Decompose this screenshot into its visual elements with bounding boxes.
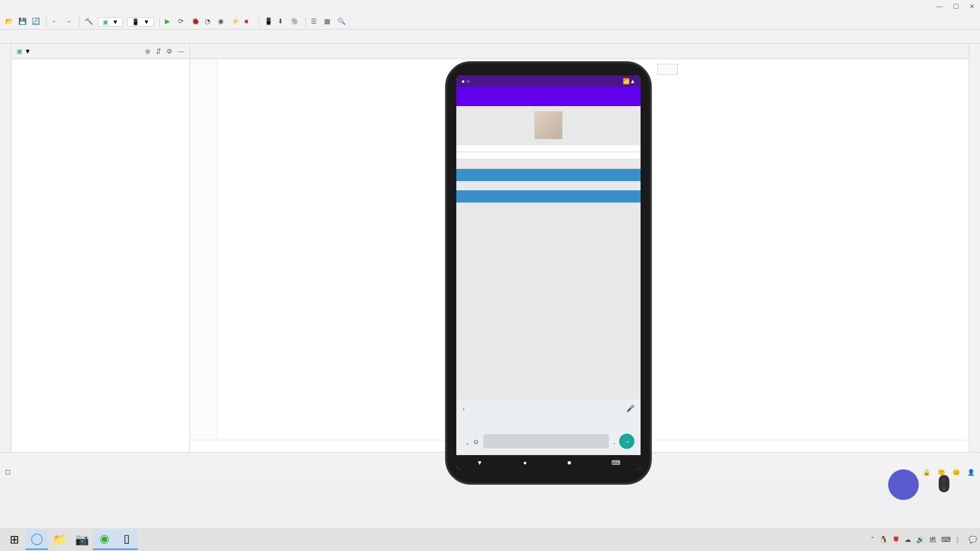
stop-icon[interactable]: ■ [244, 17, 254, 27]
soft-keyboard[interactable]: › 🎤 , ☺ . → [456, 399, 641, 455]
title-bar: — ☐ ✕ [0, 0, 980, 14]
run-config-dropdown[interactable]: ▣▼ [98, 17, 123, 27]
line-gutter [190, 59, 218, 440]
start-icon[interactable]: ⊞ [3, 530, 26, 550]
device-screen[interactable]: ● ○📶▲ › 🎤 , [456, 76, 641, 470]
gear-icon[interactable]: ⚙ [166, 47, 173, 55]
kb-expand-icon[interactable]: › [462, 405, 464, 412]
device-frame: ● ○📶▲ › 🎤 , [445, 61, 652, 485]
notifications-icon[interactable]: 💬 [969, 536, 977, 543]
target-icon[interactable]: ⊕ [145, 47, 151, 55]
back-icon[interactable]: ← [52, 17, 61, 27]
kb-go-button[interactable]: → [619, 434, 634, 449]
debug-icon[interactable]: 🐞 [191, 17, 201, 27]
avatar [534, 111, 562, 139]
kb-emoji-icon[interactable]: ☺ [473, 438, 479, 445]
nav-dropdown-icon[interactable]: ▼ [477, 459, 483, 466]
sync-icon[interactable]: 🔄 [32, 17, 41, 27]
main-toolbar: 📂 💾 🔄 ← → 🔨 ▣▼ 📱▼ ▶ ⟳ 🐞 ◔ ◉ ⚡ ■ 📱 ⬇ 🐘 ☰ … [0, 14, 980, 30]
password-field[interactable] [456, 153, 641, 159]
profile-icon[interactable]: ◔ [205, 17, 214, 27]
lock-icon[interactable]: 🔒 [923, 469, 930, 476]
emulator-window[interactable]: ● ○📶▲ › 🎤 , [445, 61, 652, 485]
save-icon[interactable]: 💾 [18, 17, 28, 27]
register-button[interactable] [456, 190, 641, 203]
app-content [456, 106, 641, 399]
windows-taskbar[interactable]: ⊞ ◯ 📁 📷 ◉ ▯ ˄🐧⛊☁🔊燃⌨ ⟆ 💬 [0, 528, 980, 551]
login-button[interactable] [456, 169, 641, 181]
gradle-sync-icon[interactable]: 🐘 [291, 17, 300, 27]
breadcrumb [0, 30, 980, 44]
kb-mic-icon[interactable]: 🎤 [626, 405, 634, 412]
android-nav-bar[interactable]: ▼ ● ■ ⌨ [456, 455, 641, 470]
emulator-controls [657, 64, 678, 75]
nav-kb-icon[interactable]: ⌨ [611, 459, 620, 466]
structure-icon[interactable]: ☰ [311, 17, 320, 27]
assistant-badge[interactable] [888, 469, 919, 500]
nav-home-icon[interactable]: ● [523, 459, 527, 466]
emulator-taskbar-icon[interactable]: ▯ [115, 530, 138, 550]
left-tool-tabs [0, 44, 11, 452]
sdk-icon[interactable]: ⬇ [278, 17, 287, 27]
minimize-icon[interactable]: — [936, 3, 943, 10]
android-app-bar [456, 87, 641, 106]
search-icon[interactable]: 🔍 [337, 17, 347, 27]
layout-icon[interactable]: ▦ [324, 17, 333, 27]
apply-changes-icon[interactable]: ⟳ [178, 17, 187, 27]
window-controls: — ☐ ✕ [936, 3, 975, 10]
camera-icon[interactable]: 📷 [70, 530, 93, 550]
android-status-bar: ● ○📶▲ [456, 76, 641, 87]
avd-icon[interactable]: 📱 [264, 17, 274, 27]
browser-icon[interactable]: ◯ [26, 530, 48, 550]
kb-space[interactable] [483, 434, 609, 448]
face-warn-icon: 😐 [952, 469, 960, 476]
project-tree[interactable] [11, 59, 189, 452]
collapse-icon[interactable]: ⇵ [156, 47, 161, 55]
hammer-icon[interactable]: 🔨 [85, 17, 94, 27]
explorer-icon[interactable]: 📁 [48, 530, 70, 550]
open-icon[interactable]: 📂 [5, 17, 14, 27]
man-icon[interactable]: 👤 [967, 469, 975, 476]
system-tray[interactable]: ˄🐧⛊☁🔊燃⌨ ⟆ 💬 [871, 535, 977, 544]
project-panel: ▣ ▼ ⊕ ⇵ ⚙ — [11, 44, 190, 452]
coverage-icon[interactable]: ◉ [218, 17, 227, 27]
attach-icon[interactable]: ⚡ [231, 17, 240, 27]
editor-tabs [190, 44, 969, 59]
nav-recent-icon[interactable]: ■ [568, 459, 571, 466]
maximize-icon[interactable]: ☐ [953, 3, 959, 10]
close-icon[interactable]: ✕ [969, 3, 975, 10]
network-badge: ↑ ↓ [939, 475, 950, 492]
device-dropdown[interactable]: 📱▼ [127, 17, 154, 27]
run-icon[interactable]: ▶ [165, 17, 174, 27]
account-field[interactable] [456, 145, 641, 152]
hide-icon[interactable]: — [178, 47, 184, 55]
status-message: ☐ [5, 469, 11, 476]
forward-icon[interactable]: → [65, 17, 74, 27]
android-studio-icon[interactable]: ◉ [93, 530, 115, 550]
right-tool-tabs [969, 44, 980, 452]
project-panel-header: ▣ ▼ ⊕ ⇵ ⚙ — [11, 44, 189, 59]
